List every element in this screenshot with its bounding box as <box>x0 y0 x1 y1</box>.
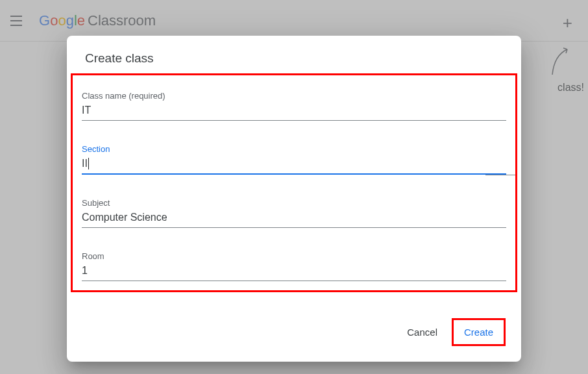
fields-highlight: Class name (required) Section II Subject… <box>71 73 517 292</box>
room-input[interactable] <box>82 262 506 281</box>
section-label: Section <box>82 144 506 154</box>
dialog-title: Create class <box>67 36 521 73</box>
create-button[interactable]: Create <box>455 321 502 343</box>
create-class-dialog: Create class Class name (required) Secti… <box>67 36 521 362</box>
cancel-button[interactable]: Cancel <box>398 321 447 343</box>
class-name-input[interactable] <box>82 102 506 121</box>
create-button-highlight: Create <box>452 318 506 346</box>
room-field[interactable]: Room <box>82 238 506 281</box>
text-cursor <box>88 158 89 169</box>
subject-label: Subject <box>82 198 506 208</box>
subject-input[interactable] <box>82 209 506 228</box>
section-field[interactable]: Section II <box>82 131 506 175</box>
dialog-actions: Cancel Create <box>67 292 521 351</box>
room-label: Room <box>82 251 506 261</box>
subject-field[interactable]: Subject <box>82 185 506 228</box>
class-name-field[interactable]: Class name (required) <box>82 78 506 121</box>
section-input[interactable]: II <box>82 155 506 175</box>
class-name-label: Class name (required) <box>82 91 506 101</box>
